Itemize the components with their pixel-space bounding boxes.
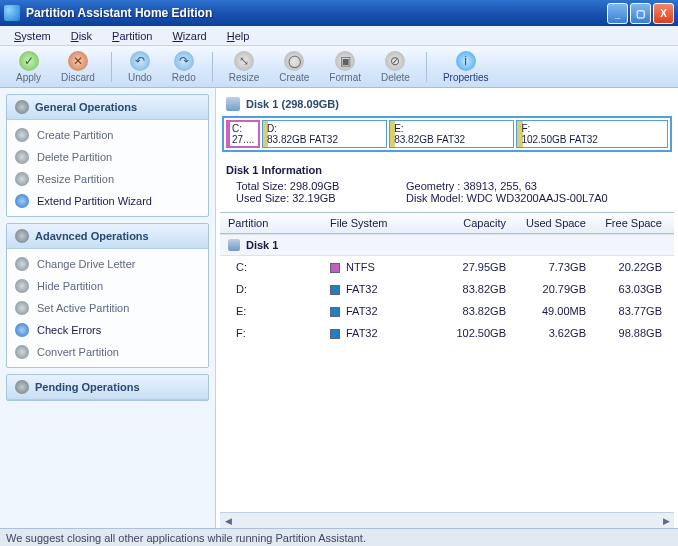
cell-used: 49.00MB — [506, 305, 586, 317]
flag-icon — [15, 301, 29, 315]
create-button[interactable]: ◯Create — [269, 49, 319, 85]
table-row[interactable]: F:FAT32102.50GB3.62GB98.88GB — [220, 322, 674, 344]
panel-header-advanced[interactable]: Adavnced Operations — [7, 224, 208, 249]
delete-icon: ⊘ — [385, 51, 405, 71]
disk-info-title: Disk 1 Information — [226, 164, 668, 176]
disk-icon — [15, 128, 29, 142]
sidebar-item-hide-partition[interactable]: Hide Partition — [7, 275, 208, 297]
window-title: Partition Assistant Home Edition — [26, 6, 605, 20]
status-text: We suggest closing all other application… — [6, 532, 366, 544]
doc-icon — [15, 257, 29, 271]
cell-used: 3.62GB — [506, 327, 586, 339]
cell-capacity: 102.50GB — [426, 327, 506, 339]
cell-capacity: 27.95GB — [426, 261, 506, 273]
cell-filesystem: FAT32 — [330, 327, 426, 339]
disk-header: Disk 1 (298.09GB) — [220, 94, 674, 114]
cell-filesystem: NTFS — [330, 261, 426, 273]
cell-free: 63.03GB — [586, 283, 666, 295]
panel-header-pending[interactable]: Pending Operations — [7, 375, 208, 400]
disk-icon — [15, 172, 29, 186]
sidebar-item-create-partition[interactable]: Create Partition — [7, 124, 208, 146]
delete-button[interactable]: ⊘Delete — [371, 49, 420, 85]
sidebar-item-change-letter[interactable]: Change Drive Letter — [7, 253, 208, 275]
horizontal-scrollbar[interactable]: ◀ ▶ — [220, 512, 674, 528]
disk-total-size: Total Size: 298.09GB — [226, 180, 406, 192]
cell-partition: F: — [220, 327, 330, 339]
wrench-icon — [15, 100, 29, 114]
format-button[interactable]: ▣Format — [319, 49, 371, 85]
col-header-filesystem[interactable]: File System — [330, 217, 426, 229]
scroll-right-icon[interactable]: ▶ — [658, 516, 674, 526]
table-row[interactable]: E:FAT3283.82GB49.00MB83.77GB — [220, 300, 674, 322]
disk-geometry: Geometry : 38913, 255, 63 — [406, 180, 668, 192]
redo-button[interactable]: ↷Redo — [162, 49, 206, 85]
disk-icon — [228, 239, 240, 251]
sidebar-item-extend-wizard[interactable]: Extend Partition Wizard — [7, 190, 208, 212]
titlebar: Partition Assistant Home Edition _ ▢ X — [0, 0, 678, 26]
partition-block-c[interactable]: C:27.... — [226, 120, 260, 148]
discard-button[interactable]: ✕Discard — [51, 49, 105, 85]
col-header-partition[interactable]: Partition — [220, 217, 330, 229]
arrow-right-icon — [15, 194, 29, 208]
eye-icon — [15, 279, 29, 293]
cell-partition: D: — [220, 283, 330, 295]
undo-button[interactable]: ↶Undo — [118, 49, 162, 85]
properties-button[interactable]: iProperties — [433, 49, 499, 85]
app-icon — [4, 5, 20, 21]
resize-button[interactable]: ⤡Resize — [219, 49, 270, 85]
disk-map: C:27.... D:83.82GB FAT32 E:83.82GB FAT32… — [222, 116, 672, 152]
col-header-used[interactable]: Used Space — [506, 217, 586, 229]
cell-free: 20.22GB — [586, 261, 666, 273]
partition-block-e[interactable]: E:83.82GB FAT32 — [389, 120, 514, 148]
menu-wizard[interactable]: Wizard — [162, 28, 216, 44]
menu-help[interactable]: Help — [217, 28, 260, 44]
panel-header-general[interactable]: General Operations — [7, 95, 208, 120]
menu-partition[interactable]: Partition — [102, 28, 162, 44]
cell-free: 98.88GB — [586, 327, 666, 339]
separator — [426, 52, 427, 82]
cell-free: 83.77GB — [586, 305, 666, 317]
sidebar-item-convert-partition[interactable]: Convert Partition — [7, 341, 208, 363]
sidebar-item-resize-partition[interactable]: Resize Partition — [7, 168, 208, 190]
fs-color-icon — [330, 307, 340, 317]
scroll-left-icon[interactable]: ◀ — [220, 516, 236, 526]
convert-icon — [15, 345, 29, 359]
table-header: Partition File System Capacity Used Spac… — [220, 212, 674, 234]
cell-filesystem: FAT32 — [330, 283, 426, 295]
panel-pending: Pending Operations — [6, 374, 209, 401]
sidebar-item-delete-partition[interactable]: Delete Partition — [7, 146, 208, 168]
table-disk-row[interactable]: Disk 1 — [220, 234, 674, 256]
disk-used-size: Used Size: 32.19GB — [226, 192, 406, 204]
check-icon — [15, 323, 29, 337]
create-icon: ◯ — [284, 51, 304, 71]
menu-system[interactable]: System — [4, 28, 61, 44]
col-header-free[interactable]: Free Space — [586, 217, 666, 229]
sidebar-item-set-active[interactable]: Set Active Partition — [7, 297, 208, 319]
close-button[interactable]: X — [653, 3, 674, 24]
partition-block-d[interactable]: D:83.82GB FAT32 — [262, 120, 387, 148]
separator — [212, 52, 213, 82]
sidebar: General Operations Create Partition Dele… — [0, 88, 216, 528]
sidebar-item-check-errors[interactable]: Check Errors — [7, 319, 208, 341]
disk-info: Disk 1 Information Total Size: 298.09GB … — [220, 160, 674, 212]
resize-icon: ⤡ — [234, 51, 254, 71]
clock-icon — [15, 380, 29, 394]
apply-button[interactable]: ✓Apply — [6, 49, 51, 85]
x-icon: ✕ — [68, 51, 88, 71]
menubar: System Disk Partition Wizard Help — [0, 26, 678, 46]
statusbar: We suggest closing all other application… — [0, 528, 678, 546]
redo-icon: ↷ — [174, 51, 194, 71]
table-row[interactable]: D:FAT3283.82GB20.79GB63.03GB — [220, 278, 674, 300]
cell-used: 20.79GB — [506, 283, 586, 295]
undo-icon: ↶ — [130, 51, 150, 71]
partition-block-f[interactable]: F:102.50GB FAT32 — [516, 120, 668, 148]
col-header-capacity[interactable]: Capacity — [426, 217, 506, 229]
minimize-button[interactable]: _ — [607, 3, 628, 24]
maximize-button[interactable]: ▢ — [630, 3, 651, 24]
separator — [111, 52, 112, 82]
disk-model: Disk Model: WDC WD3200AAJS-00L7A0 — [406, 192, 668, 204]
table-row[interactable]: C:NTFS27.95GB7.73GB20.22GB — [220, 256, 674, 278]
menu-disk[interactable]: Disk — [61, 28, 102, 44]
content: Disk 1 (298.09GB) C:27.... D:83.82GB FAT… — [216, 88, 678, 528]
cell-capacity: 83.82GB — [426, 305, 506, 317]
